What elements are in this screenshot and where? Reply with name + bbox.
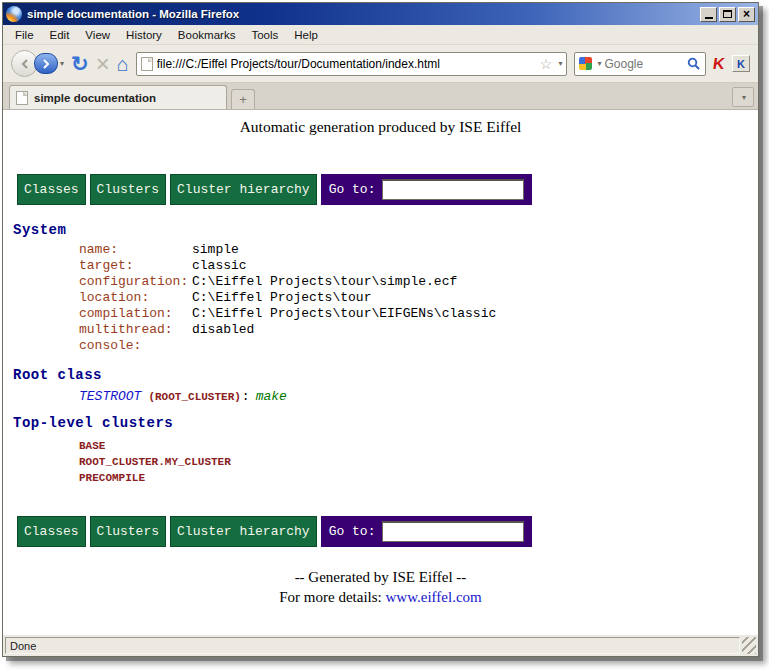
system-row: console:: [79, 338, 496, 354]
cluster-hierarchy-button[interactable]: Cluster hierarchy: [170, 516, 317, 547]
generated-by-text: -- Generated by ISE Eiffel --: [3, 567, 758, 587]
search-icon[interactable]: [687, 57, 701, 71]
cluster-link-base[interactable]: BASE: [79, 438, 231, 454]
menu-history[interactable]: History: [118, 27, 170, 43]
creation-procedure-link[interactable]: make: [256, 389, 287, 404]
forward-arrow-icon: [41, 59, 51, 69]
forward-button[interactable]: [34, 53, 58, 74]
tab-bar: simple documentation + ▾: [3, 83, 758, 110]
list-all-tabs-button[interactable]: ▾: [732, 87, 754, 107]
close-icon: ×: [743, 8, 750, 20]
system-heading: System: [13, 222, 496, 238]
classes-button[interactable]: Classes: [17, 174, 86, 205]
search-engine-dropdown-icon[interactable]: ▾: [597, 59, 601, 68]
root-class-section: Root class TESTROOT (ROOT_CLUSTER) : mak…: [13, 367, 287, 404]
cluster-hierarchy-button[interactable]: Cluster hierarchy: [170, 174, 317, 205]
goto-label: Go to:: [329, 524, 376, 539]
clusters-button[interactable]: Clusters: [90, 516, 166, 547]
search-input[interactable]: [604, 57, 684, 71]
row-label: target:: [79, 258, 192, 274]
status-bar: Done: [3, 635, 758, 656]
bookmark-star-icon[interactable]: ☆: [540, 56, 553, 72]
clusters-heading: Top-level clusters: [13, 415, 231, 431]
row-label: compilation:: [79, 306, 192, 322]
stop-button[interactable]: ×: [96, 52, 110, 76]
cluster-link-precompile[interactable]: PRECOMPILE: [79, 470, 231, 486]
menu-help[interactable]: Help: [286, 27, 326, 43]
title-bar[interactable]: simple documentation - Mozilla Firefox ×: [3, 3, 758, 25]
row-value: disabled: [192, 322, 254, 338]
goto-input[interactable]: [382, 521, 524, 542]
maximize-icon: [723, 10, 732, 18]
home-button[interactable]: ⌂: [117, 54, 129, 74]
url-input[interactable]: [157, 57, 536, 71]
page-content: Automatic generation produced by ISE Eif…: [3, 110, 758, 635]
bottom-nav-button-bar: Classes Clusters Cluster hierarchy Go to…: [17, 516, 532, 547]
k-extension-button[interactable]: K: [732, 55, 750, 72]
cluster-link-root-cluster-my-cluster[interactable]: ROOT_CLUSTER.MY_CLUSTER: [79, 454, 231, 470]
new-tab-button[interactable]: +: [231, 89, 255, 109]
eiffel-com-link[interactable]: www.eiffel.com: [386, 589, 482, 605]
row-label: console:: [79, 338, 192, 354]
search-box[interactable]: ▾: [574, 52, 706, 76]
url-dropdown-icon[interactable]: ▾: [558, 59, 562, 68]
goto-input[interactable]: [382, 179, 524, 200]
firefox-logo-icon: [6, 6, 22, 22]
system-row: compilation: C:\Eiffel Projects\tour\EIF…: [79, 306, 496, 322]
system-row: name: simple: [79, 242, 496, 258]
window-title: simple documentation - Mozilla Firefox: [27, 8, 239, 20]
maximize-button[interactable]: [719, 7, 736, 22]
close-button[interactable]: ×: [738, 7, 755, 22]
system-rows: name: simple target: classic configurati…: [79, 242, 496, 354]
system-section: System name: simple target: classic conf…: [13, 222, 496, 354]
root-class-line: TESTROOT (ROOT_CLUSTER) : make: [79, 389, 287, 404]
tab-page-icon: [16, 91, 28, 105]
classes-button[interactable]: Classes: [17, 516, 86, 547]
minimize-button[interactable]: [700, 7, 717, 22]
kaspersky-icon[interactable]: K: [712, 55, 726, 73]
menu-file[interactable]: File: [7, 27, 42, 43]
row-value: C:\Eiffel Projects\tour\simple.ecf: [192, 274, 457, 290]
row-value: C:\Eiffel Projects\tour\EIFGENs\classic: [192, 306, 496, 322]
menu-bar: File Edit View History Bookmarks Tools H…: [3, 25, 758, 45]
minimize-icon: [705, 16, 713, 19]
reload-button[interactable]: ↻: [71, 53, 89, 74]
row-label: name:: [79, 242, 192, 258]
page-footer: -- Generated by ISE Eiffel -- For more d…: [3, 567, 758, 607]
goto-box: Go to:: [321, 516, 533, 547]
row-label: multithread:: [79, 322, 192, 338]
menu-edit[interactable]: Edit: [42, 27, 78, 43]
tab-simple-documentation[interactable]: simple documentation: [9, 85, 227, 109]
clusters-button[interactable]: Clusters: [90, 174, 166, 205]
menu-bookmarks[interactable]: Bookmarks: [170, 27, 244, 43]
menu-tools[interactable]: Tools: [243, 27, 286, 43]
root-class-link[interactable]: TESTROOT: [79, 389, 141, 404]
url-bar[interactable]: ☆ ▾: [136, 52, 568, 76]
page-title: Automatic generation produced by ISE Eif…: [3, 118, 758, 136]
tab-list-dropdown-icon: ▾: [742, 93, 746, 102]
system-row: location: C:\Eiffel Projects\tour: [79, 290, 496, 306]
page-icon: [141, 57, 153, 71]
back-arrow-icon: [20, 59, 30, 69]
row-value: simple: [192, 242, 239, 258]
history-dropdown-icon[interactable]: ▾: [60, 59, 64, 68]
top-nav-button-bar: Classes Clusters Cluster hierarchy Go to…: [17, 174, 532, 205]
goto-box: Go to:: [321, 174, 533, 205]
more-details-text: For more details:: [279, 589, 385, 605]
status-text: Done: [5, 637, 740, 654]
system-row: target: classic: [79, 258, 496, 274]
menu-view[interactable]: View: [77, 27, 118, 43]
navigation-toolbar: ▾ ↻ × ⌂ ☆ ▾ ▾ K K: [3, 45, 758, 83]
cluster-list: BASE ROOT_CLUSTER.MY_CLUSTER PRECOMPILE: [79, 438, 231, 486]
root-separator: :: [242, 389, 250, 404]
system-row: multithread: disabled: [79, 322, 496, 338]
row-value: classic: [192, 258, 247, 274]
root-cluster-name[interactable]: (ROOT_CLUSTER): [148, 391, 240, 403]
row-label: location:: [79, 290, 192, 306]
system-row: configuration: C:\Eiffel Projects\tour\s…: [79, 274, 496, 290]
google-icon: [579, 57, 592, 70]
row-label: configuration:: [79, 274, 192, 290]
root-class-heading: Root class: [13, 367, 287, 383]
goto-label: Go to:: [329, 182, 376, 197]
resize-grip[interactable]: [742, 637, 756, 654]
